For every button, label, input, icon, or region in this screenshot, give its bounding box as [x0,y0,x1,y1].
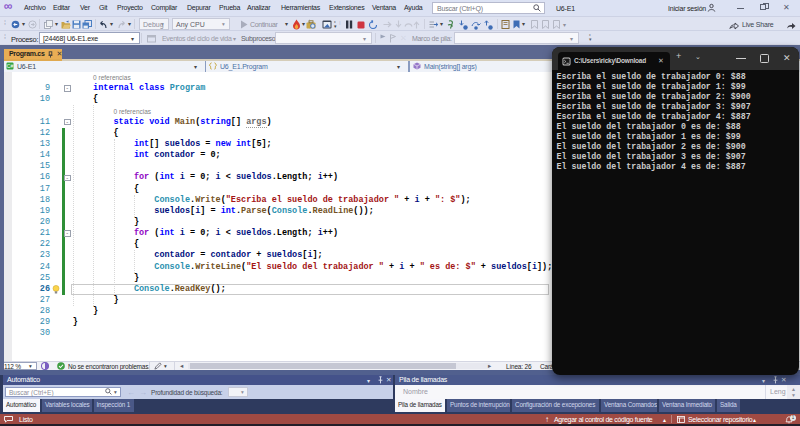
svg-text:C#: C# [7,63,14,69]
